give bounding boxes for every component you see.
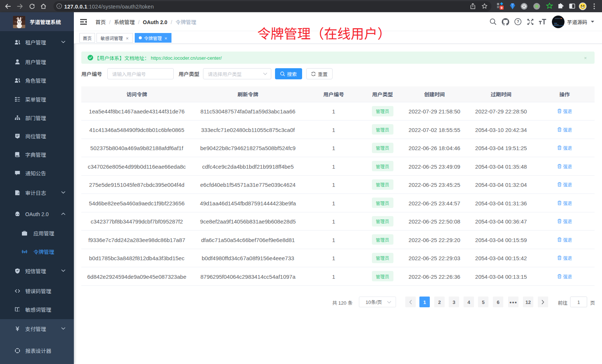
- svg-text:?: ?: [517, 19, 519, 24]
- svg-text:9: 9: [500, 6, 502, 10]
